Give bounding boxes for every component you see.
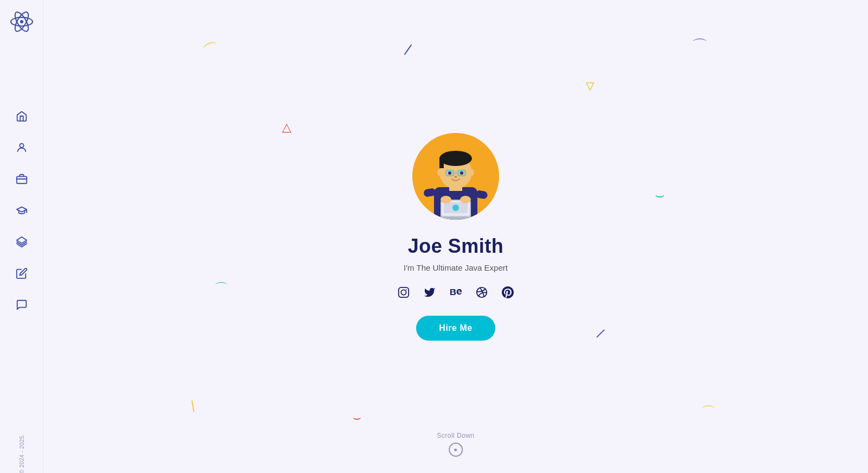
deco-arc-yellow-br: ⌒ bbox=[701, 402, 716, 423]
svg-point-19 bbox=[455, 176, 457, 178]
svg-point-21 bbox=[470, 169, 474, 176]
sidebar-item-blog[interactable] bbox=[12, 264, 31, 283]
scroll-down[interactable]: Scroll Down bbox=[437, 432, 475, 457]
svg-point-3 bbox=[20, 20, 23, 23]
deco-triangle-yellow: ▽ bbox=[586, 79, 594, 92]
deco-arc-purple-tr: ⌒ bbox=[692, 35, 708, 57]
deco-line-purple-br: / bbox=[595, 325, 607, 342]
deco-arc-red-bc: ⌣ bbox=[353, 410, 361, 425]
hire-me-button[interactable]: Hire Me bbox=[416, 316, 495, 341]
scroll-down-icon bbox=[449, 443, 463, 457]
scroll-down-dot bbox=[455, 449, 457, 451]
svg-rect-5 bbox=[16, 176, 26, 183]
deco-line-blue-top: | bbox=[403, 42, 414, 56]
sidebar-item-home[interactable] bbox=[12, 106, 31, 126]
svg-point-29 bbox=[441, 196, 451, 203]
svg-point-20 bbox=[437, 169, 442, 176]
instagram-icon[interactable] bbox=[395, 284, 412, 301]
svg-point-18 bbox=[460, 171, 463, 175]
svg-rect-31 bbox=[399, 287, 409, 297]
behance-icon[interactable] bbox=[448, 284, 464, 301]
hero-name: Joe Smith bbox=[408, 235, 504, 258]
deco-arc-yellow-tl: ⌒ bbox=[200, 37, 224, 65]
sidebar-item-contact[interactable] bbox=[12, 295, 31, 315]
svg-point-33 bbox=[406, 289, 407, 290]
pinterest-icon[interactable] bbox=[500, 284, 516, 301]
sidebar-nav bbox=[12, 106, 31, 315]
svg-point-4 bbox=[20, 144, 23, 148]
scroll-down-text: Scroll Down bbox=[437, 432, 475, 439]
dribbble-icon[interactable] bbox=[474, 284, 490, 301]
deco-line-yellow-bl: / bbox=[188, 398, 199, 416]
hero-subtitle: I'm The Ultimate Java Expert bbox=[404, 263, 508, 272]
svg-rect-28 bbox=[437, 217, 474, 220]
svg-point-27 bbox=[452, 204, 459, 211]
svg-rect-13 bbox=[439, 157, 444, 168]
deco-arc-green-right: ⌣ bbox=[655, 187, 665, 204]
svg-point-17 bbox=[448, 171, 451, 175]
main-content: ⌒ | ⌒ △ ▽ ⌣ ⌒ / ⌒ ⌣ / bbox=[43, 0, 868, 473]
sidebar-item-portfolio[interactable] bbox=[12, 169, 31, 189]
logo[interactable] bbox=[10, 10, 34, 36]
deco-triangle-orange: △ bbox=[282, 120, 291, 135]
social-icons bbox=[395, 284, 516, 301]
svg-point-32 bbox=[401, 290, 406, 295]
sidebar: © 2024 - 2025. bbox=[0, 0, 43, 473]
svg-point-30 bbox=[460, 196, 471, 203]
deco-arc-green-bl: ⌒ bbox=[214, 279, 228, 298]
hero-section: Joe Smith I'm The Ultimate Java Expert bbox=[395, 133, 516, 341]
copyright-text: © 2024 - 2025. bbox=[18, 434, 24, 473]
sidebar-item-profile[interactable] bbox=[12, 138, 31, 157]
avatar bbox=[412, 133, 499, 220]
svg-point-12 bbox=[439, 151, 472, 166]
twitter-icon[interactable] bbox=[422, 284, 438, 301]
sidebar-item-education[interactable] bbox=[12, 201, 31, 220]
sidebar-item-skills[interactable] bbox=[12, 232, 31, 252]
